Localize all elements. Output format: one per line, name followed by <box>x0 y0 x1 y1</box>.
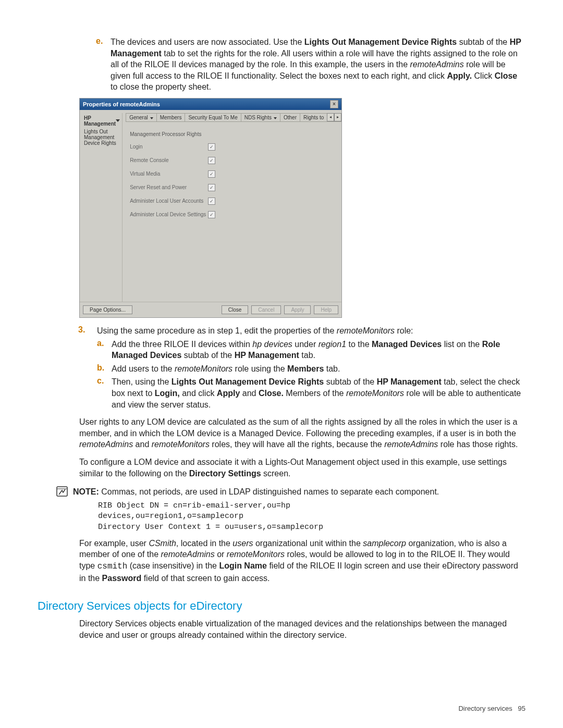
right-virtual-row: Virtual Media✓ <box>130 170 321 178</box>
svg-rect-0 <box>57 487 67 496</box>
right-reset-row: Server Reset and Power✓ <box>130 184 321 191</box>
tab-rights-to[interactable]: Rights to <box>300 113 327 121</box>
note-text: NOTE: Commas, not periods, are used in L… <box>73 486 439 498</box>
dialog-title: Properties of remoteAdmins <box>83 101 160 107</box>
checkbox-remote[interactable]: ✓ <box>208 157 215 164</box>
checkbox-users[interactable]: ✓ <box>208 198 215 205</box>
right-login-row: Login✓ <box>130 143 321 151</box>
page-options-button[interactable]: Page Options... <box>83 305 132 314</box>
note-icon <box>55 485 69 498</box>
step-e-marker: e. <box>96 36 111 93</box>
tab-nds[interactable]: NDS Rights <box>241 113 280 121</box>
step-3b-text: Add users to the remoteMonitors role usi… <box>112 363 340 375</box>
chevron-down-icon <box>274 117 277 119</box>
paragraph-ds-objects: Directory Services objects enable virtua… <box>79 618 525 640</box>
chevron-down-icon[interactable] <box>116 119 120 122</box>
cancel-button[interactable]: Cancel <box>251 305 281 314</box>
right-users-row: Administer Local User Accounts✓ <box>130 198 321 205</box>
step-3-marker: 3. <box>78 325 97 337</box>
tab-members[interactable]: Members <box>156 113 186 121</box>
close-icon[interactable]: × <box>330 100 338 108</box>
apply-button[interactable]: Apply <box>284 305 311 314</box>
step-3c-marker: c. <box>97 376 112 410</box>
chevron-down-icon <box>150 117 153 119</box>
tab-other[interactable]: Other <box>280 113 300 121</box>
page-footer: Directory services 95 <box>458 705 525 712</box>
checkbox-login[interactable]: ✓ <box>208 143 215 151</box>
close-button[interactable]: Close <box>222 305 249 314</box>
tabs-bar: General Members Security Equal To Me NDS… <box>126 113 341 122</box>
ldap-example-code: RIB Object DN = cn=rib-email-server,ou=h… <box>98 501 525 533</box>
step-e-text: The devices and users are now associated… <box>111 36 525 93</box>
help-button[interactable]: Help <box>314 305 338 314</box>
tab-scroll-right-icon[interactable]: ▸ <box>334 113 341 121</box>
step-3-text: Using the same procedure as in step 1, e… <box>97 325 413 337</box>
checkbox-device[interactable]: ✓ <box>208 211 215 218</box>
checkbox-reset[interactable]: ✓ <box>208 184 215 191</box>
tab-scroll-left-icon[interactable]: ◂ <box>327 113 334 121</box>
left-panel-subtab[interactable]: Lights Out Management Device Rights <box>84 129 120 146</box>
rights-section-header: Management Processor Rights <box>130 131 321 137</box>
tab-general[interactable]: General <box>126 113 157 121</box>
paragraph-rights-sum: User rights to any LOM device are calcul… <box>79 416 525 450</box>
right-remote-row: Remote Console✓ <box>130 157 321 164</box>
dialog-titlebar: Properties of remoteAdmins × <box>80 98 341 110</box>
tab-security[interactable]: Security Equal To Me <box>185 113 241 121</box>
step-3a-marker: a. <box>97 339 112 361</box>
checkbox-virtual[interactable]: ✓ <box>208 170 215 178</box>
paragraph-configure: To configure a LOM device and associate … <box>79 456 525 479</box>
step-3a-text: Add the three RILOE II devices within hp… <box>112 339 525 361</box>
properties-dialog: Properties of remoteAdmins × HP Manageme… <box>79 98 342 318</box>
left-panel-main-tab[interactable]: HP Management <box>84 115 116 127</box>
step-3c-text: Then, using the Lights Out Management De… <box>112 376 525 410</box>
right-device-row: Administer Local Device Settings✓ <box>130 211 321 218</box>
paragraph-csmith: For example, user CSmith, located in the… <box>79 538 525 584</box>
step-3b-marker: b. <box>97 363 112 375</box>
section-heading: Directory Services objects for eDirector… <box>38 599 525 613</box>
